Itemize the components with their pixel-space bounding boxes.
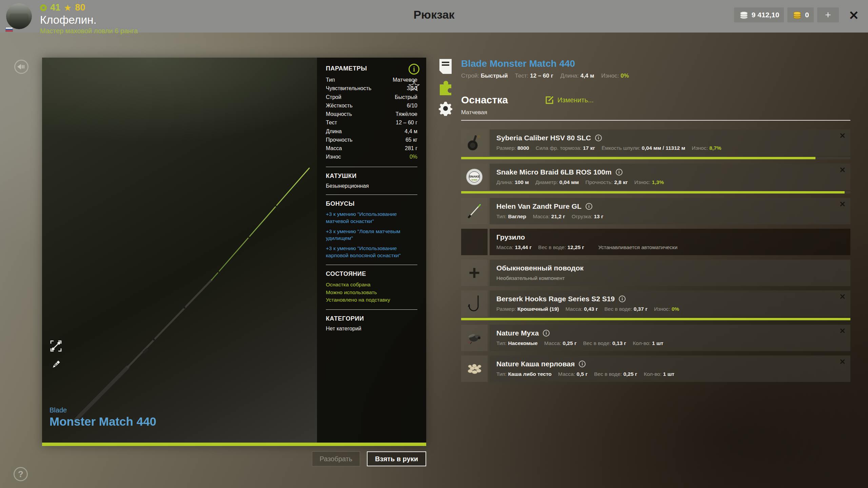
silver-currency-chip[interactable]: 9 412,10 [734,7,784,22]
edit-rig-label: Изменить... [557,96,594,104]
item-body: Обыкновенный поводок Необязательный комп… [490,260,850,286]
info-icon[interactable]: i [579,361,586,367]
item-subtitle: Необязательный компонент [496,275,844,281]
rig-item-line: SNAKEbraid Snake Micro Braid 6LB ROS 100… [461,164,850,194]
gold-coins-icon [792,11,802,19]
categories-value: Нет категорий [326,326,417,332]
info-icon[interactable]: i [543,330,550,337]
rig-item-float: Helen Van Zandt Pure GLi Тип: Ваглер Мас… [461,198,850,224]
add-currency-button[interactable]: + [817,7,839,22]
player-level: 41 [50,2,60,13]
item-name: Berserk Hooks Rage Series S2 S19 [496,295,615,303]
add-leader-icon[interactable]: + [461,260,488,286]
remove-item-button[interactable]: ✕ [840,327,846,336]
backpack-screen: 41 ★ 80 Клофелин. Мастер маховой ловли 6… [0,0,868,488]
info-icon[interactable]: i [619,296,626,302]
close-icon[interactable]: ✕ [846,7,862,24]
item-body: Грузило Масса: 13,44 г Вес в воде: 12,25… [490,229,850,255]
favorite-star-icon[interactable]: ☆ [408,79,421,94]
back-arrow-icon [17,63,25,70]
player-specialty: Мастер маховой ловли 6 ранга [40,27,138,35]
disassemble-button[interactable]: Разобрать [312,451,360,466]
remove-item-button[interactable]: ✕ [840,358,846,366]
avatar-image [9,14,28,24]
document-icon [439,59,452,74]
remove-item-button[interactable]: ✕ [840,292,846,301]
rod-durability-bar [42,443,426,446]
item-body: Syberia Caliber HSV 80 SLCi Размер: 8000… [490,129,850,156]
tab-settings[interactable] [437,100,454,117]
currency-bar: 9 412,10 0 + [734,7,839,22]
info-icon[interactable]: i [586,203,592,210]
expand-icon [50,340,62,352]
line-thumbnail-icon: SNAKEbraid [461,164,488,190]
top-bar: 41 ★ 80 Клофелин. Мастер маховой ловли 6… [0,0,868,33]
state-item: Можно использовать [326,289,417,296]
tab-description[interactable] [437,58,454,75]
rod-actions: Разобрать Взять в руки [42,451,426,466]
rig-item-reel: Syberia Caliber HSV 80 SLCi Размер: 8000… [461,129,850,159]
item-note: Устанавливается автоматически [598,244,677,250]
rig-item-hook: Berserk Hooks Rage Series S2 S19i Размер… [461,290,850,320]
rig-item-sinker: Грузило Масса: 13,44 г Вес в воде: 12,25… [461,229,850,255]
info-icon[interactable]: i [616,169,623,176]
durability-bar [461,157,850,159]
hook-thumbnail-icon [461,290,488,317]
edit-icon [545,96,554,104]
rig-item-bait-porridge: Nature Каша перловаяi Тип: Каша либо тес… [461,355,850,382]
state-item: Установлено на подставку [326,296,417,304]
item-body: Nature Мухаi Тип: Насекомые Масса: 0,25 … [490,325,850,351]
player-name: Клофелин. [40,14,138,26]
svg-text:SNAKE: SNAKE [469,175,480,178]
back-button[interactable] [14,60,28,74]
avatar[interactable] [6,3,32,29]
gold-amount: 0 [805,11,809,19]
item-name: Обыкновенный поводок [496,264,584,272]
take-in-hands-button[interactable]: Взять в руки [367,451,426,466]
porridge-thumbnail-icon [461,355,488,382]
rig-section-title: Оснастка [461,94,508,106]
durability-bar [461,191,850,194]
info-icon[interactable]: i [595,135,602,141]
remove-item-button[interactable]: ✕ [840,166,846,175]
bonus-item: +3 к умению "Использование карповой воло… [326,245,417,259]
reels-title: КАТУШКИ [326,172,417,180]
rig-content: Blade Monster Match 440 Строй: Быстрый Т… [461,58,850,386]
reel-thumbnail-icon [461,129,488,156]
item-name: Helen Van Zandt Pure GL [496,202,581,210]
silver-amount: 9 412,10 [752,11,780,19]
reel-type: Безынерционная [326,183,417,189]
edit-rig-button[interactable]: Изменить... [545,96,594,104]
silver-coins-icon [739,11,749,19]
svg-text:braid: braid [471,179,477,181]
remove-item-button[interactable]: ✕ [840,200,846,209]
help-button[interactable]: ? [14,467,28,481]
item-body: Snake Micro Braid 6LB ROS 100mi Длина: 1… [490,164,850,190]
rig-rod-title: Blade Monster Match 440 [461,58,850,69]
state-title: СОСТОЯНИЕ [326,270,417,278]
item-name: Грузило [496,233,525,241]
item-name: Nature Каша перловая [496,360,575,368]
star-icon: ★ [64,4,72,11]
edit-rod-button[interactable] [50,359,62,371]
remove-item-button[interactable]: ✕ [840,131,846,140]
item-name: Syberia Caliber HSV 80 SLC [496,134,591,142]
item-name: Snake Micro Braid 6LB ROS 100m [496,168,612,176]
pencil-icon [50,359,61,370]
expand-view-button[interactable] [50,340,62,353]
gold-currency-chip[interactable]: 0 [787,7,814,22]
fly-thumbnail-icon [461,325,488,351]
categories-title: КАТЕГОРИИ [326,315,417,322]
bonuses-list: +3 к умению "Использование матчевой осна… [326,211,417,260]
level-icon [40,4,47,11]
info-icon[interactable]: i [409,64,419,75]
rig-item-leader-slot: + Обыкновенный поводок Необязательный ко… [461,260,850,286]
rod-detail-panel: Blade Monster Match 440 i ☆ ПАРАМЕТРЫ Ти… [42,58,426,446]
tool-sidebar [437,58,454,117]
rod-image [42,58,317,446]
rod-brand: Blade [50,406,156,414]
state-item: Оснастка собрана [326,281,417,288]
durability-bar [461,318,850,320]
item-body: Berserk Hooks Rage Series S2 S19i Размер… [490,290,850,317]
tab-rig[interactable] [437,79,454,96]
